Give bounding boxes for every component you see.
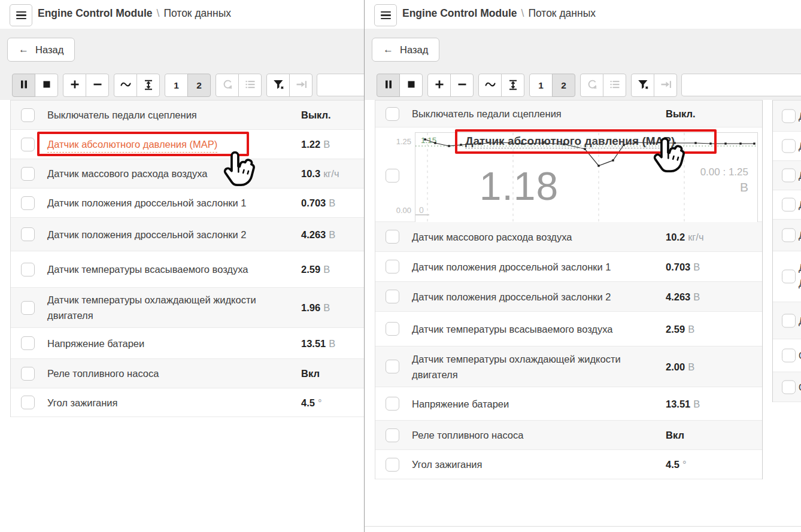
- row-checkbox[interactable]: [386, 397, 399, 411]
- stop-button[interactable]: [35, 74, 58, 97]
- one-column-button[interactable]: 1: [165, 74, 188, 97]
- select-list-button[interactable]: [603, 74, 626, 97]
- sensor-label[interactable]: Датчик положения дроссельной заслонки 1: [47, 195, 247, 211]
- row-checkbox[interactable]: [782, 380, 796, 394]
- table-row[interactable]: Датчик положения дроссельной заслонки 24…: [11, 218, 364, 251]
- row-checkbox[interactable]: [386, 322, 399, 336]
- sensor-label[interactable]: Реле топливного насоса: [47, 366, 159, 381]
- two-columns-button[interactable]: 2: [552, 74, 575, 97]
- row-checkbox[interactable]: [21, 167, 35, 181]
- sensor-label[interactable]: Датчик положения дроссельной заслонки 1: [412, 259, 611, 275]
- table-row[interactable]: О: [773, 339, 801, 372]
- table-row[interactable]: Датчик температуры охлаждающей жидкости …: [375, 346, 762, 387]
- table-row[interactable]: Датчик положения дроссельной заслонки 10…: [11, 189, 364, 218]
- stop-button[interactable]: [399, 74, 423, 97]
- row-checkbox[interactable]: [21, 396, 35, 409]
- chart-title[interactable]: Датчик абсолютного давления (MAP): [465, 135, 675, 148]
- row-checkbox[interactable]: [386, 169, 399, 183]
- zoom-out-button[interactable]: [450, 74, 474, 97]
- sensor-label[interactable]: Датчик температуры всасываемого воздуха: [412, 321, 612, 337]
- row-checkbox[interactable]: [386, 458, 399, 472]
- sensor-label[interactable]: Датчик температуры всасываемого воздуха: [47, 262, 248, 277]
- row-checkbox[interactable]: [782, 349, 796, 363]
- sensor-label[interactable]: Датчик положения дроссельной заслонки 2: [412, 289, 611, 305]
- pause-button[interactable]: [12, 74, 35, 97]
- sensor-label[interactable]: Датчик положения дроссельной заслонки 2: [47, 227, 247, 242]
- two-columns-button[interactable]: 2: [187, 74, 211, 97]
- row-checkbox[interactable]: [386, 428, 399, 442]
- table-row[interactable]: Д: [773, 161, 801, 190]
- table-row[interactable]: Датчик массового расхода воздуха10.3кг/ч: [11, 159, 364, 189]
- select-list-button[interactable]: [238, 74, 262, 97]
- row-checkbox[interactable]: [782, 229, 796, 242]
- table-row[interactable]: Датчик массового расхода воздуха10.2кг/ч: [375, 222, 762, 252]
- row-checkbox[interactable]: [782, 109, 796, 123]
- fit-height-button[interactable]: [136, 74, 160, 97]
- hamburger-menu-button[interactable]: [10, 4, 32, 26]
- smooth-graph-button[interactable]: [114, 74, 137, 97]
- filter-off-button[interactable]: [266, 74, 290, 97]
- sensor-label[interactable]: Д: [799, 227, 801, 243]
- sensor-label[interactable]: О: [799, 379, 801, 395]
- table-row[interactable]: Датчик положения дроссельной заслонки 10…: [375, 252, 762, 282]
- row-checkbox[interactable]: [21, 367, 35, 381]
- row-checkbox[interactable]: [386, 230, 399, 244]
- row-checkbox[interactable]: [386, 107, 399, 121]
- table-row[interactable]: Д: [773, 220, 801, 251]
- sensor-label[interactable]: Д: [799, 138, 801, 154]
- row-checkbox[interactable]: [21, 301, 35, 315]
- sensor-label[interactable]: Датчик массового расхода воздуха: [412, 229, 572, 245]
- sensor-label[interactable]: Датчик температуры охлаждающей жидкости …: [47, 292, 286, 323]
- sensor-label[interactable]: Д: [799, 168, 801, 183]
- sensor-label[interactable]: Реле топливного насоса: [412, 427, 523, 443]
- table-row[interactable]: Датчик температуры всасываемого воздуха2…: [11, 251, 364, 288]
- sensor-label[interactable]: Д: [799, 313, 801, 329]
- sensor-label[interactable]: Выключатель педали сцепления: [412, 106, 562, 121]
- table-row[interactable]: Выключатель педали сцепленияВыкл.: [11, 101, 364, 130]
- row-checkbox[interactable]: [21, 263, 35, 276]
- row-checkbox[interactable]: [782, 198, 796, 212]
- sensor-label[interactable]: Д: [799, 197, 801, 212]
- row-checkbox[interactable]: [386, 290, 399, 303]
- table-row[interactable]: Выключатель педали сцепленияВыкл.: [375, 101, 762, 127]
- back-button[interactable]: ← Назад: [372, 38, 439, 62]
- row-checkbox[interactable]: [21, 227, 35, 241]
- go-to-end-button[interactable]: [289, 74, 312, 97]
- toolbar-input[interactable]: [317, 74, 364, 96]
- table-row[interactable]: Датчик температуры охлаждающей жидкости …: [11, 288, 364, 328]
- table-row[interactable]: Реле топливного насосаВкл: [11, 359, 364, 388]
- zoom-out-button[interactable]: [86, 74, 109, 97]
- table-row[interactable]: Угол зажигания4.5°: [375, 450, 762, 479]
- smooth-graph-button[interactable]: [478, 74, 502, 97]
- zoom-in-button[interactable]: [63, 74, 86, 97]
- row-checkbox[interactable]: [386, 360, 399, 373]
- zoom-in-button[interactable]: [427, 74, 451, 97]
- sensor-label[interactable]: Датчик массового расхода воздуха: [47, 166, 207, 181]
- sensor-label[interactable]: Выключатель педали сцепления: [47, 107, 197, 123]
- sensor-label[interactable]: О: [799, 348, 801, 363]
- row-checkbox[interactable]: [782, 314, 796, 327]
- sensor-label[interactable]: Угол зажигания: [47, 395, 118, 411]
- table-row[interactable]: Д: [773, 302, 801, 339]
- sensor-label[interactable]: Напряжение батареи: [412, 396, 509, 412]
- row-checkbox[interactable]: [782, 169, 796, 183]
- table-row[interactable]: Реле топливного насосаВкл: [375, 421, 762, 450]
- sensor-label[interactable]: Д: [799, 108, 801, 124]
- row-checkbox[interactable]: [386, 260, 399, 273]
- sensor-label[interactable]: Датчик температуры охлаждающей жидкости …: [412, 351, 650, 382]
- table-row[interactable]: Д Д: [773, 251, 801, 302]
- sensor-label[interactable]: Угол зажигания: [412, 457, 483, 472]
- table-row[interactable]: Д: [773, 190, 801, 220]
- pause-button[interactable]: [377, 74, 400, 97]
- sensor-label[interactable]: Напряжение батареи: [47, 336, 144, 351]
- row-checkbox[interactable]: [782, 270, 796, 284]
- clear-selection-button[interactable]: [580, 74, 603, 97]
- fit-height-button[interactable]: [501, 74, 524, 97]
- table-row[interactable]: Датчик положения дроссельной заслонки 24…: [375, 282, 762, 312]
- filter-off-button[interactable]: [631, 74, 654, 97]
- sensor-label[interactable]: Д Д: [799, 260, 801, 291]
- toolbar-input[interactable]: [681, 74, 801, 96]
- table-row[interactable]: Напряжение батареи13.51В: [11, 328, 364, 359]
- table-row[interactable]: Д: [773, 132, 801, 161]
- row-checkbox[interactable]: [21, 196, 35, 210]
